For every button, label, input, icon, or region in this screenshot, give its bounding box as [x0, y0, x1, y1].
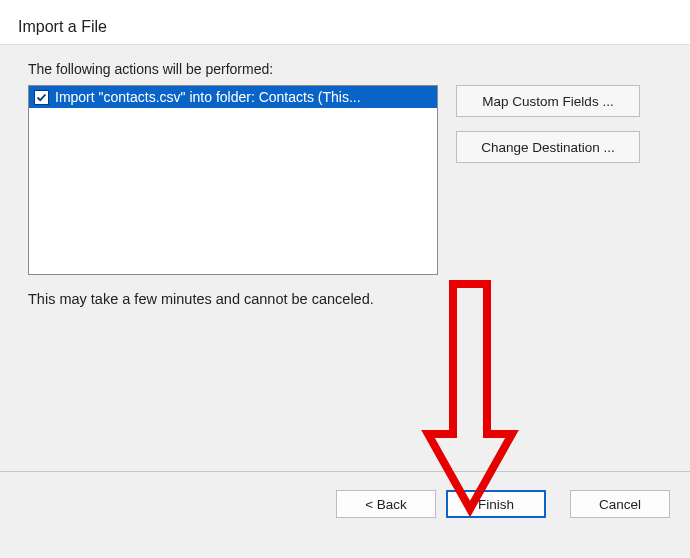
dialog-footer: < Back Finish Cancel — [0, 471, 690, 558]
nav-group: < Back Finish — [336, 490, 546, 518]
actions-listbox[interactable]: Import "contacts.csv" into folder: Conta… — [28, 85, 438, 275]
main-row: Import "contacts.csv" into folder: Conta… — [28, 85, 672, 275]
dialog-title: Import a File — [18, 18, 672, 36]
list-item[interactable]: Import "contacts.csv" into folder: Conta… — [29, 86, 437, 108]
cancel-button[interactable]: Cancel — [570, 490, 670, 518]
note-text: This may take a few minutes and cannot b… — [28, 291, 672, 307]
back-button[interactable]: < Back — [336, 490, 436, 518]
map-custom-fields-button[interactable]: Map Custom Fields ... — [456, 85, 640, 117]
change-destination-button[interactable]: Change Destination ... — [456, 131, 640, 163]
checkbox-icon[interactable] — [34, 90, 49, 105]
intro-text: The following actions will be performed: — [28, 61, 672, 77]
dialog-header: Import a File — [0, 0, 690, 45]
list-item-label: Import "contacts.csv" into folder: Conta… — [55, 89, 361, 105]
finish-button[interactable]: Finish — [446, 490, 546, 518]
dialog-content: The following actions will be performed:… — [0, 45, 690, 471]
import-file-dialog: Import a File The following actions will… — [0, 0, 690, 558]
side-buttons: Map Custom Fields ... Change Destination… — [456, 85, 640, 163]
